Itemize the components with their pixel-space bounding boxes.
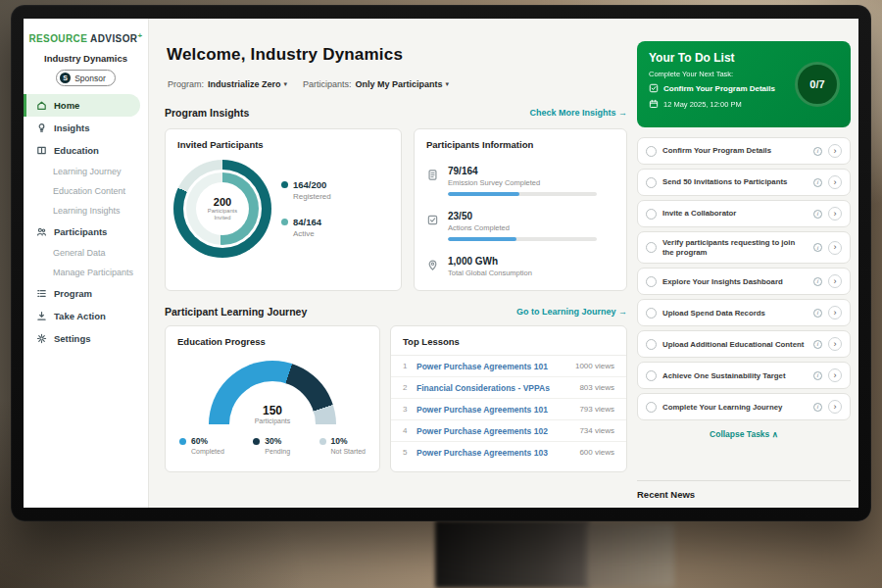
task-checkbox[interactable]: [646, 339, 657, 350]
education-progress-card: Education Progress 150 Participants 60% …: [165, 325, 380, 472]
task-row-confirm-program[interactable]: Confirm Your Program Details i ›: [637, 137, 851, 165]
go-to-learning-journey-link[interactable]: Go to Learning Journey →: [516, 307, 627, 317]
logo-resource: RESOURCE: [28, 33, 87, 44]
calendar-icon: [649, 99, 659, 109]
sidebar-item-manage-participants[interactable]: Manage Participants: [24, 263, 148, 282]
actions-completed-row: 23/50 Actions Completed: [426, 203, 614, 248]
task-checkbox[interactable]: [646, 242, 657, 253]
chevron-down-icon: ▾: [284, 80, 288, 88]
sidebar-item-learning-insights[interactable]: Learning Insights: [24, 201, 148, 220]
task-checkbox[interactable]: [646, 276, 657, 287]
legend-label: Active: [293, 229, 331, 238]
sidebar-item-label: Education: [54, 145, 99, 156]
task-row-verify-participants[interactable]: Verify participants requesting to join t…: [637, 231, 851, 264]
info-icon[interactable]: i: [813, 340, 822, 349]
task-row-invite-collaborator[interactable]: Invite a Collaborator i ›: [637, 200, 851, 227]
stat-value: 23/50: [448, 211, 597, 221]
chevron-right-icon[interactable]: ›: [828, 337, 842, 351]
sidebar-item-education[interactable]: Education: [24, 139, 148, 162]
sidebar-item-take-action[interactable]: Take Action: [24, 305, 148, 327]
task-row-explore-insights[interactable]: Explore Your Insights Dashboard i ›: [637, 268, 851, 295]
sidebar-item-education-content[interactable]: Education Content: [24, 181, 148, 201]
task-checkbox[interactable]: [646, 308, 657, 318]
task-row-complete-learning-journey[interactable]: Complete Your Learning Journey i ›: [637, 393, 851, 420]
legend-value: 60%: [191, 436, 208, 446]
info-icon[interactable]: i: [813, 403, 822, 412]
task-row-send-invitations[interactable]: Send 50 Invitations to Participants i ›: [637, 169, 851, 196]
chevron-right-icon[interactable]: ›: [828, 207, 842, 220]
program-filter[interactable]: Program: Industrialize Zero ▾: [168, 79, 287, 89]
sponsor-icon: S: [60, 73, 71, 83]
chevron-right-icon[interactable]: ›: [828, 144, 842, 158]
todo-summary-card: Your To Do List Complete Your Next Task:…: [637, 41, 851, 127]
participants-filter[interactable]: Participants: Only My Participants ▾: [303, 79, 449, 89]
sidebar-item-label: Program: [54, 288, 92, 299]
info-icon[interactable]: i: [813, 147, 822, 156]
chevron-right-icon[interactable]: ›: [828, 368, 842, 382]
list-icon: [36, 288, 47, 299]
sidebar-item-learning-journey[interactable]: Learning Journey: [24, 162, 148, 181]
check-more-insights-link[interactable]: Check More Insights →: [529, 108, 627, 118]
task-label: Invite a Collaborator: [662, 209, 808, 219]
task-row-upload-spend-data[interactable]: Upload Spend Data Records i ›: [637, 299, 851, 326]
task-checkbox[interactable]: [646, 177, 657, 188]
info-icon[interactable]: i: [813, 309, 822, 318]
lesson-link[interactable]: Financial Considerations - VPPAs: [416, 383, 579, 393]
sidebar-item-general-data[interactable]: General Data: [24, 243, 148, 263]
page-title: Welcome, Industry Dynamics: [167, 45, 403, 65]
info-icon[interactable]: i: [813, 243, 822, 252]
lesson-link[interactable]: Power Purchase Agreements 103: [416, 448, 579, 458]
legend-pending: 30% Pending: [253, 436, 290, 455]
link-label: Go to Learning Journey: [516, 307, 616, 317]
task-checkbox[interactable]: [646, 370, 657, 381]
task-checkbox[interactable]: [646, 209, 657, 220]
info-icon[interactable]: i: [813, 277, 822, 286]
sidebar-item-insights[interactable]: Insights: [24, 117, 148, 139]
legend-label: Not Started: [331, 448, 366, 455]
sidebar-item-home[interactable]: Home: [24, 94, 140, 117]
task-checkbox[interactable]: [646, 146, 657, 157]
info-icon[interactable]: i: [813, 178, 822, 187]
legend-dot: [179, 438, 186, 445]
task-label: Send 50 Invitations to Participants: [662, 177, 808, 187]
sidebar-item-participants[interactable]: Participants: [24, 220, 148, 243]
link-label: Check More Insights: [529, 108, 615, 118]
chevron-right-icon[interactable]: ›: [828, 400, 842, 414]
task-row-achieve-sustainability-target[interactable]: Achieve One Sustainability Target i ›: [637, 362, 851, 389]
lesson-link[interactable]: Power Purchase Agreements 101: [416, 362, 575, 371]
chevron-right-icon[interactable]: ›: [828, 274, 842, 288]
chevron-right-icon[interactable]: ›: [828, 306, 842, 319]
task-checkbox[interactable]: [646, 402, 657, 413]
lesson-views: 803 views: [579, 383, 614, 392]
legend-value: 10%: [331, 436, 348, 446]
gauge-center: 150 Participants: [209, 404, 336, 424]
chevron-right-icon[interactable]: ›: [828, 175, 842, 189]
legend-value: 30%: [265, 436, 281, 446]
sidebar-item-label: Insights: [54, 122, 89, 133]
filters-row: Program: Industrialize Zero ▾ Participan…: [168, 79, 449, 89]
clipboard-icon: [426, 166, 439, 196]
collapse-label: Collapse Tasks: [710, 429, 769, 439]
task-row-upload-educational-content[interactable]: Upload Additional Educational Content i …: [637, 330, 851, 358]
collapse-tasks-link[interactable]: Collapse Tasks ∧: [637, 429, 851, 439]
logo-plus: +: [137, 31, 142, 40]
due-date-label: 12 May 2025, 12:00 PM: [663, 100, 742, 109]
donut-center-value: 200: [214, 196, 231, 208]
info-icon[interactable]: i: [813, 210, 822, 219]
stat-value: 1,000 GWh: [448, 256, 532, 267]
info-icon[interactable]: i: [813, 371, 822, 380]
sidebar-item-label: Home: [54, 100, 79, 111]
home-icon: [36, 100, 47, 111]
download-icon: [36, 311, 47, 321]
lesson-link[interactable]: Power Purchase Agreements 101: [416, 405, 579, 415]
participants-filter-value: Only My Participants: [356, 79, 443, 89]
donut-center: 200 Participants Invited: [196, 182, 249, 235]
lesson-row: 1 Power Purchase Agreements 101 1000 vie…: [391, 356, 626, 377]
sidebar-item-program[interactable]: Program: [24, 282, 148, 305]
sidebar-item-settings[interactable]: Settings: [24, 327, 148, 350]
legend-value: 164/200: [293, 179, 326, 190]
lesson-link[interactable]: Power Purchase Agreements 102: [416, 426, 579, 436]
legend-active: 84/164 Active: [281, 217, 331, 238]
sponsor-badge[interactable]: S Sponsor: [56, 70, 116, 86]
chevron-right-icon[interactable]: ›: [828, 241, 842, 255]
